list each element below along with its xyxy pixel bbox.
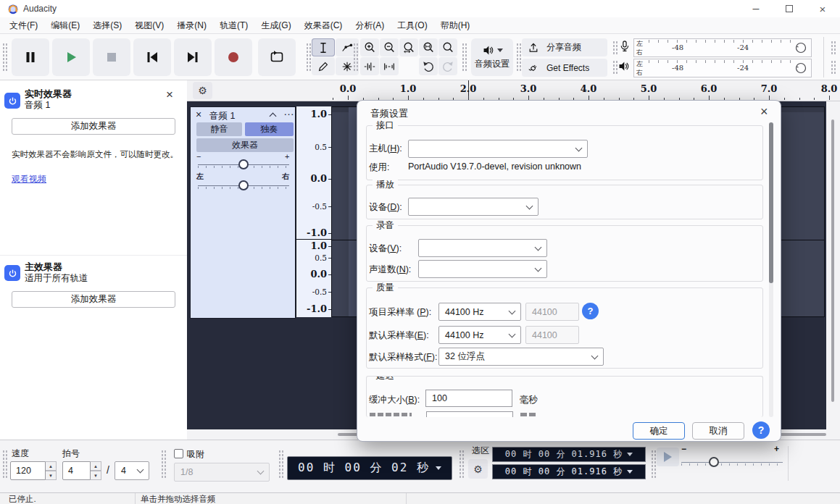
vertical-scale-ruler[interactable]: 1.00.50.0-0.5-1.01.00.50.0-0.5-1.0 — [296, 106, 331, 317]
timesig-upper-spinner[interactable]: 4 ▲▼ — [62, 461, 101, 480]
audio-setup-button[interactable]: 音频设置 — [471, 38, 513, 76]
play-at-speed-button[interactable] — [657, 448, 679, 466]
undo-button[interactable] — [419, 57, 438, 75]
menu-item-视图(V)[interactable]: 视图(V) — [128, 17, 170, 34]
selection-tool-button[interactable] — [312, 38, 335, 56]
dialog-scrollbar[interactable] — [769, 122, 773, 417]
speed-slider-thumb[interactable] — [709, 457, 719, 467]
dialog-help-button[interactable]: ? — [752, 421, 770, 439]
master-power-icon[interactable] — [4, 265, 20, 281]
realtime-power-icon[interactable] — [4, 93, 20, 109]
pan-slider-thumb[interactable] — [238, 180, 249, 190]
redo-button[interactable] — [438, 57, 457, 75]
selection-end-arrow-icon[interactable] — [627, 470, 633, 474]
zoom-in-button[interactable] — [360, 38, 379, 56]
skip-to-start-button[interactable] — [133, 38, 171, 76]
transport-grip[interactable] — [2, 43, 7, 72]
menu-item-生成(G)[interactable]: 生成(G) — [254, 17, 297, 34]
panel-close-icon[interactable]: × — [166, 88, 173, 102]
time-toolbar-grip[interactable] — [2, 450, 7, 479]
snap-interval-combo[interactable]: 1/8 — [174, 463, 270, 482]
tempo-spinner[interactable]: 120 ▲▼ — [10, 461, 57, 480]
skip-to-end-button[interactable] — [174, 38, 212, 76]
zoom-toggle-button[interactable] — [438, 38, 457, 56]
tools-grip[interactable] — [306, 43, 311, 72]
buffer-size-input[interactable]: 100 — [425, 390, 512, 407]
sample-format-combo[interactable]: 32 位浮点 — [438, 348, 604, 366]
time-format-arrow-icon[interactable] — [436, 466, 441, 470]
loop-button[interactable] — [258, 38, 296, 76]
timesig-lower-combo[interactable]: 4 — [115, 461, 149, 480]
vertical-scrollbar[interactable] — [826, 101, 840, 429]
ok-button[interactable]: 确定 — [633, 422, 685, 440]
stop-button[interactable] — [93, 38, 130, 76]
meter-right-grip2[interactable] — [831, 60, 836, 75]
fit-project-button[interactable] — [419, 38, 438, 56]
play-button[interactable] — [52, 38, 90, 76]
cancel-button[interactable]: 取消 — [692, 422, 744, 440]
recording-device-combo[interactable] — [418, 239, 547, 257]
project-rate-combo[interactable]: 44100 Hz — [438, 303, 521, 321]
selection-options-button[interactable]: ⚙ — [468, 459, 488, 479]
speed-slider[interactable] — [681, 462, 783, 463]
track-name[interactable]: 音频 1 — [209, 110, 235, 122]
vertical-scrollbar-thumb[interactable] — [831, 119, 834, 402]
trim-outside-selection-button[interactable] — [360, 57, 379, 75]
track-control-panel[interactable]: × 音频 1 … 静音 独奏 效果器 − + 左 右 — [190, 106, 296, 319]
timeline-options-button[interactable]: ⚙ — [193, 82, 212, 99]
menu-item-工具(O)[interactable]: 工具(O) — [391, 17, 433, 34]
minimize-button[interactable]: – — [739, 0, 773, 17]
track-collapse-icon[interactable] — [270, 113, 277, 120]
project-rate-help-button[interactable]: ? — [582, 303, 599, 319]
audio-setup-grip[interactable] — [462, 43, 467, 72]
mute-button[interactable]: 静音 — [196, 122, 242, 136]
track-menu-icon[interactable]: … — [283, 105, 295, 117]
maximize-button[interactable] — [773, 0, 806, 17]
selection-start-arrow-icon[interactable] — [627, 453, 633, 456]
menu-item-轨道(T)[interactable]: 轨道(T) — [213, 17, 254, 34]
get-effects-button[interactable]: Get Effects — [522, 59, 607, 77]
snap-checkbox[interactable] — [174, 449, 183, 458]
menu-item-分析(A)[interactable]: 分析(A) — [349, 17, 391, 34]
record-meter-grip[interactable] — [612, 41, 617, 55]
dialog-scrollbar-thumb[interactable] — [769, 122, 773, 283]
selection-end-display[interactable]: 00 时 00 分 01.916 秒 — [492, 464, 646, 479]
silence-selection-button[interactable] — [380, 57, 399, 75]
record-meter[interactable]: 左 右 -48 -24 — [633, 38, 812, 57]
default-rate-combo[interactable]: 44100 Hz — [438, 326, 521, 344]
time-display[interactable]: 00 时 00 分 02 秒 — [287, 456, 452, 480]
dialog-close-icon[interactable]: × — [760, 104, 768, 119]
close-button[interactable]: × — [806, 0, 839, 17]
menu-item-播录(N)[interactable]: 播录(N) — [170, 17, 213, 34]
playback-meter[interactable]: 左 右 -48 -24 — [633, 59, 812, 77]
pause-button[interactable] — [12, 38, 49, 76]
add-master-effect-button[interactable]: 添加效果器 — [12, 291, 175, 308]
share-audio-button[interactable]: 分享音频 — [522, 38, 607, 56]
menu-item-帮助(H)[interactable]: 帮助(H) — [434, 17, 477, 34]
meter-right-grip[interactable] — [831, 41, 836, 55]
menu-item-效果器(C)[interactable]: 效果器(C) — [298, 17, 349, 34]
selection-start-display[interactable]: 00 时 00 分 01.916 秒 — [492, 447, 646, 462]
play-speed-grip[interactable] — [651, 450, 656, 479]
host-combo[interactable] — [408, 140, 588, 158]
play-meter-grip[interactable] — [612, 60, 617, 75]
zoom-out-button[interactable] — [380, 38, 399, 56]
menu-item-选择(S)[interactable]: 选择(S) — [86, 17, 128, 34]
fit-selection-button[interactable] — [399, 38, 418, 56]
zoom-grip[interactable] — [353, 43, 358, 72]
track-close-icon[interactable]: × — [196, 109, 201, 120]
time-display-grip[interactable] — [278, 450, 283, 479]
share-grip[interactable] — [516, 43, 521, 72]
menu-item-编辑(E)[interactable]: 编辑(E) — [44, 17, 86, 34]
timeline-ruler[interactable]: ⚙ 0.01.02.03.04.05.06.07.08.0 — [187, 80, 840, 101]
playback-device-combo[interactable] — [408, 198, 538, 216]
add-realtime-effect-button[interactable]: 添加效果器 — [12, 118, 175, 135]
solo-button[interactable]: 独奏 — [245, 122, 294, 136]
gain-slider-thumb[interactable] — [238, 159, 249, 169]
menu-item-文件(F)[interactable]: 文件(F) — [3, 17, 44, 34]
snap-grip[interactable] — [161, 450, 166, 479]
track-effects-button[interactable]: 效果器 — [196, 138, 294, 152]
watch-video-link[interactable]: 观看视频 — [12, 173, 46, 185]
record-button[interactable] — [215, 38, 252, 76]
draw-tool-button[interactable] — [312, 57, 335, 75]
